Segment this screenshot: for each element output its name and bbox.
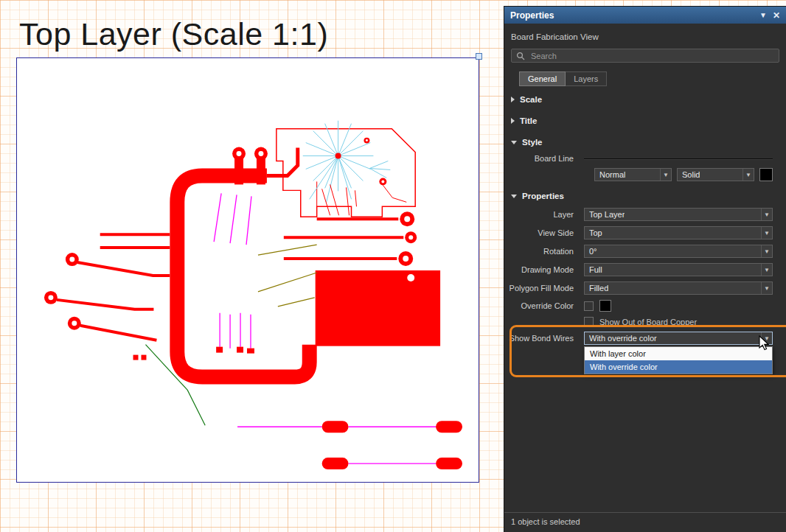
- olive-traces: [258, 245, 317, 307]
- show-out-of-board-copper-row: Show Out of Board Copper: [504, 315, 786, 329]
- chevron-down-icon: ▼: [761, 332, 772, 344]
- search-box[interactable]: [511, 49, 779, 63]
- override-color-checkbox[interactable]: [584, 301, 594, 311]
- chevron-down-icon: ▼: [761, 245, 772, 257]
- line-color-swatch[interactable]: [759, 168, 773, 181]
- polygon-fill-mode-row: Polygon Fill Mode Filled ▼: [504, 279, 786, 298]
- fabrication-view-title: Top Layer (Scale 1:1): [19, 16, 328, 52]
- view-side-row: View Side Top ▼: [504, 224, 786, 242]
- rotation-dropdown[interactable]: 0° ▼: [584, 245, 773, 258]
- chevron-down-icon: ▼: [761, 209, 772, 220]
- dropdown-option-with-layer-color[interactable]: With layer color: [585, 347, 772, 360]
- chevron-down-icon: ▼: [761, 264, 772, 276]
- selection-status: 1 object is selected: [511, 517, 580, 526]
- chevron-down-icon: ▼: [742, 169, 754, 181]
- pcb-top-layer-artwork: [17, 58, 479, 482]
- collapse-triangle-icon: [511, 97, 515, 102]
- show-out-of-board-copper-checkbox[interactable]: [584, 317, 594, 326]
- chevron-down-icon: ▼: [761, 227, 772, 239]
- override-color-swatch[interactable]: [599, 300, 611, 312]
- show-bond-wires-dropdown[interactable]: With override color ▼ With layer color W…: [584, 332, 773, 345]
- rotation-row: Rotation 0° ▼: [504, 242, 786, 261]
- expand-triangle-icon: [511, 195, 517, 198]
- expand-triangle-icon: [511, 141, 517, 144]
- panel-subtitle: Board Fabrication View: [504, 24, 786, 44]
- polygon-fill-mode-dropdown[interactable]: Filled ▼: [584, 281, 773, 295]
- board-fabrication-view[interactable]: [16, 57, 479, 483]
- section-properties[interactable]: Properties: [504, 184, 786, 206]
- tab-general[interactable]: General: [519, 71, 566, 86]
- view-side-dropdown[interactable]: Top ▼: [584, 226, 773, 239]
- layer-dropdown[interactable]: Top Layer ▼: [584, 208, 773, 221]
- stadium-pads: [322, 421, 462, 469]
- selection-handle[interactable]: [476, 53, 482, 60]
- drawing-mode-dropdown[interactable]: Full ▼: [584, 263, 773, 276]
- line-style-dropdown[interactable]: Solid ▼: [677, 168, 754, 181]
- override-color-row: Override Color: [504, 298, 786, 315]
- panel-tabs: General Layers: [519, 71, 786, 86]
- properties-panel: Properties ▼ ✕ Board Fabrication View Ge…: [504, 6, 786, 532]
- layer-row: Layer Top Layer ▼: [504, 206, 786, 224]
- section-title[interactable]: Title: [504, 109, 786, 130]
- dropdown-option-with-override-color[interactable]: With override color: [585, 360, 772, 374]
- panel-header: Properties ▼ ✕: [504, 7, 786, 24]
- collapse-triangle-icon: [511, 118, 515, 124]
- search-icon: [516, 52, 525, 60]
- line-weight-dropdown[interactable]: Normal ▼: [594, 168, 672, 181]
- tab-layers[interactable]: Layers: [565, 71, 607, 86]
- board-line-label: Board Line: [504, 154, 584, 163]
- board-line-preview: [584, 158, 773, 159]
- close-icon[interactable]: ✕: [773, 11, 780, 20]
- board-line-row: Board Line: [504, 152, 786, 166]
- chip-outline: [277, 129, 415, 217]
- board-line-style-row: Normal ▼ Solid ▼: [504, 166, 786, 184]
- bond-wires-dropdown-list: With layer color With override color: [584, 346, 773, 374]
- panel-menu-chevron-down-icon[interactable]: ▼: [759, 12, 767, 19]
- drawing-mode-row: Drawing Mode Full ▼: [504, 261, 786, 279]
- chevron-down-icon: ▼: [660, 169, 671, 181]
- chevron-down-icon: ▼: [761, 282, 772, 294]
- section-style[interactable]: Style: [504, 130, 786, 152]
- copper-pour: [316, 270, 440, 346]
- status-bar: 1 object is selected: [504, 512, 786, 532]
- section-scale[interactable]: Scale: [504, 88, 786, 109]
- search-input[interactable]: [529, 51, 774, 61]
- panel-title: Properties: [510, 10, 554, 21]
- copper-ring-trace: [177, 175, 309, 377]
- show-bond-wires-row: Show Bond Wires With override color ▼ Wi…: [504, 329, 786, 348]
